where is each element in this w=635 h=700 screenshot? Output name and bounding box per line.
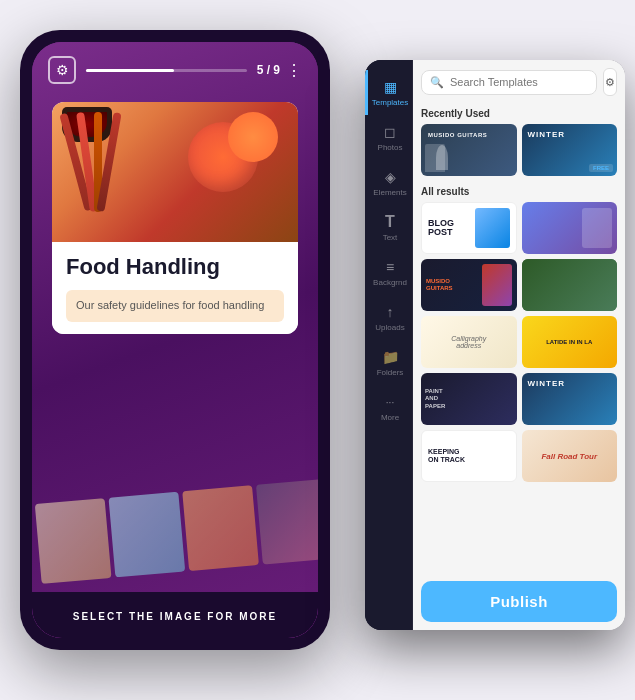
sidebar-item-elements[interactable]: ◈ Elements <box>365 160 412 205</box>
progress-bar <box>86 69 247 72</box>
food-subtitle: Our safety guidelines for food handling <box>66 290 284 321</box>
food-handling-card[interactable]: Food Handling Our safety guidelines for … <box>52 102 298 334</box>
template-musido-2[interactable]: MUSIDOGUITARS <box>421 259 517 311</box>
overlay-tile-3 <box>182 485 259 571</box>
musido-2-inner: MUSIDOGUITARS <box>421 259 517 311</box>
food-card-body: Food Handling Our safety guidelines for … <box>52 242 298 334</box>
search-box[interactable]: 🔍 <box>421 70 597 95</box>
elements-label: Elements <box>373 188 406 197</box>
overlay-tile-2 <box>109 492 186 578</box>
phone-content-area: ⚙ 5 / 9 ⋮ <box>32 42 318 638</box>
phone-top-bar: ⚙ 5 / 9 ⋮ <box>32 42 318 92</box>
phone-bottom-bar[interactable]: SELECT THE IMAGE FOR MORE <box>32 592 318 638</box>
paint-inner: PAINTANDPAPER <box>421 373 517 425</box>
template-winter-1[interactable]: WINTER FREE <box>522 124 618 176</box>
background-icon: ≡ <box>381 258 399 276</box>
winter-2-text: WINTER <box>528 379 566 388</box>
phone-screen: ⚙ 5 / 9 ⋮ <box>32 42 318 638</box>
templates-panel: ▦ Templates ◻ Photos ◈ Elements T Text ≡… <box>365 60 625 630</box>
template-calligraphy[interactable]: Calligraphyaddress <box>421 316 517 368</box>
uploads-icon: ↑ <box>381 303 399 321</box>
blogpost-text: BLOGPOST <box>428 219 471 237</box>
blogpost-image <box>475 208 510 248</box>
sidebar-item-text[interactable]: T Text <box>365 205 412 250</box>
sidebar-item-photos[interactable]: ◻ Photos <box>365 115 412 160</box>
template-nature[interactable] <box>522 259 618 311</box>
phone-mockup: ⚙ 5 / 9 ⋮ <box>20 30 330 650</box>
calli-inner: Calligraphyaddress <box>421 316 517 368</box>
calligraphy-text: Calligraphyaddress <box>451 335 486 349</box>
blogpost-title: BLOGPOST <box>428 219 471 237</box>
keeping-text: KEEPINGON TRACK <box>428 448 465 463</box>
text-icon: T <box>381 213 399 231</box>
templates-content: Recently Used MUSIDO GUITARS WINTER FREE… <box>413 102 625 573</box>
all-results-grid: BLOGPOST MUSIDOGUITARS <box>421 202 617 482</box>
template-fall-tour[interactable]: Fall Road Tour <box>522 430 618 482</box>
more-options-icon[interactable]: ⋮ <box>286 61 302 80</box>
template-keeping-on-track[interactable]: KEEPINGON TRACK <box>421 430 517 482</box>
photos-icon: ◻ <box>381 123 399 141</box>
sidebar-item-templates[interactable]: ▦ Templates <box>365 70 412 115</box>
paint-text: PAINTANDPAPER <box>425 388 445 410</box>
all-results-title: All results <box>421 180 617 202</box>
winter-2-inner: WINTER <box>522 373 618 425</box>
photos-label: Photos <box>378 143 403 152</box>
food-sticks <box>72 112 113 212</box>
more-label: More <box>381 413 399 422</box>
image-strip <box>32 476 318 588</box>
uploads-label: Uploads <box>375 323 404 332</box>
food-circle-small <box>228 112 278 162</box>
bottom-text: SELECT THE IMAGE FOR MORE <box>73 611 277 622</box>
phone-main-content: Food Handling Our safety guidelines for … <box>32 92 318 344</box>
keeping-inner: KEEPINGON TRACK <box>422 431 516 481</box>
fall-text: Fall Road Tour <box>541 452 597 461</box>
search-bar: 🔍 ⚙ <box>413 60 625 102</box>
elements-icon: ◈ <box>381 168 399 186</box>
sidebar-item-folders[interactable]: 📁 Folders <box>365 340 412 385</box>
gear-icon[interactable]: ⚙ <box>48 56 76 84</box>
templates-label: Templates <box>372 98 408 107</box>
sidebar-item-uploads[interactable]: ↑ Uploads <box>365 295 412 340</box>
winter-1-text: WINTER <box>528 130 566 139</box>
overlay-tile-1 <box>35 498 112 584</box>
musido-2-image <box>482 264 512 306</box>
templates-icon: ▦ <box>381 78 399 96</box>
publish-button[interactable]: Publish <box>421 581 617 622</box>
recently-used-title: Recently Used <box>421 102 617 124</box>
food-card-image <box>52 102 298 242</box>
progress-fill <box>86 69 174 72</box>
overlay-tile-4 <box>256 479 318 565</box>
folders-icon: 📁 <box>381 348 399 366</box>
musido-2-text: MUSIDOGUITARS <box>426 278 453 291</box>
page-indicator: 5 / 9 <box>257 63 280 77</box>
search-icon: 🔍 <box>430 76 444 89</box>
text-label: Text <box>383 233 398 242</box>
template-musido-1[interactable]: MUSIDO GUITARS <box>421 124 517 176</box>
food-decoration <box>52 102 298 242</box>
overlay-images <box>32 468 318 588</box>
background-label: Backgrnd <box>373 278 407 287</box>
sidebar-item-more[interactable]: ··· More <box>365 385 412 430</box>
sidebar-item-background[interactable]: ≡ Backgrnd <box>365 250 412 295</box>
template-yellow-badge[interactable]: LATIDE IN IN LA <box>522 316 618 368</box>
filter-icon: ⚙ <box>605 76 615 89</box>
publish-button-container: Publish <box>413 573 625 630</box>
folders-label: Folders <box>377 368 404 377</box>
panel-main-area: 🔍 ⚙ Recently Used MUSIDO GUITARS <box>413 60 625 630</box>
recently-used-grid: MUSIDO GUITARS WINTER FREE <box>421 124 617 176</box>
template-winter-2[interactable]: WINTER <box>522 373 618 425</box>
side-navigation: ▦ Templates ◻ Photos ◈ Elements T Text ≡… <box>365 60 413 630</box>
template-blog-post[interactable]: BLOGPOST <box>421 202 517 254</box>
template-paint-paper[interactable]: PAINTANDPAPER <box>421 373 517 425</box>
template-social-2[interactable] <box>522 202 618 254</box>
food-title: Food Handling <box>66 254 284 280</box>
fall-inner: Fall Road Tour <box>522 430 618 482</box>
search-input[interactable] <box>450 76 588 88</box>
blogpost-inner: BLOGPOST <box>422 203 516 253</box>
filter-button[interactable]: ⚙ <box>603 68 617 96</box>
more-icon: ··· <box>381 393 399 411</box>
